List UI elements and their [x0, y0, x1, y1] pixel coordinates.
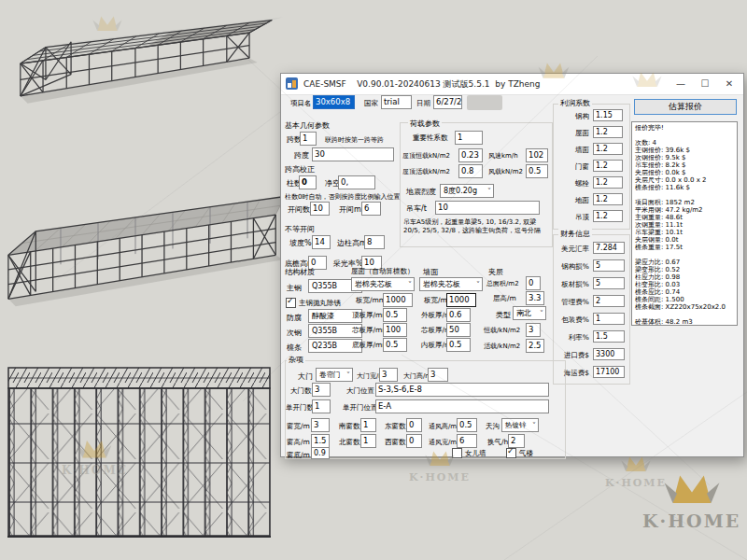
parapet-checkbox[interactable]: 女儿墙	[452, 448, 486, 458]
north-window-count-input[interactable]: 1	[360, 434, 376, 448]
main-steel-label: 主钢	[287, 283, 302, 293]
minimize-button[interactable]: —	[669, 74, 693, 94]
crane-input[interactable]: 10	[435, 201, 540, 215]
wall-inner-thk-input[interactable]: 0.5	[446, 338, 471, 352]
app-icon	[286, 77, 298, 90]
profit-row-input[interactable]: 1.2	[593, 210, 623, 222]
finance-row-label: 板材损%	[554, 280, 589, 289]
country-label: 国家	[364, 99, 378, 108]
door-height-input[interactable]: 3	[428, 368, 448, 382]
finance-row-label: 钢构损%	[554, 262, 589, 272]
door-width-input[interactable]: 3	[379, 368, 398, 382]
finance-row-input[interactable]: 1.5	[593, 330, 625, 343]
profit-row-input[interactable]: 1.2	[593, 160, 623, 172]
finance-row-input[interactable]: 3300	[593, 348, 625, 360]
window-width-input[interactable]: 3	[311, 418, 330, 432]
single-door-position-label: 单开门位置	[343, 403, 378, 413]
mezz-dead-load-input[interactable]: 3	[526, 323, 541, 337]
single-door-count-input[interactable]: 1	[312, 399, 331, 413]
bay-count-label: 开间数	[288, 204, 310, 215]
mezz-type-select[interactable]: 南北	[513, 306, 546, 320]
finance-row-label: 美元汇率	[554, 245, 589, 254]
column-count-input[interactable]: 0	[299, 175, 317, 189]
seismic-select[interactable]: 8度0.20g	[440, 184, 494, 198]
finance-row-input[interactable]: 7.284	[593, 242, 625, 254]
roof-live-load-input[interactable]: 0.8	[458, 164, 483, 178]
wall-panel-width-input[interactable]: 1000	[446, 293, 476, 307]
single-door-position-input[interactable]: E-A	[375, 399, 549, 413]
gutter-select[interactable]: 热镀锌	[501, 418, 539, 432]
wind-speed-input[interactable]: 102	[526, 148, 548, 162]
bay-width-input[interactable]: 6	[361, 202, 381, 216]
maximize-button[interactable]: ☐	[693, 74, 717, 94]
purlin-steel-label: 檩条	[287, 343, 302, 353]
finance-row-input[interactable]: 2	[593, 295, 625, 307]
vent-height-input[interactable]: 0.5	[457, 418, 477, 432]
section-title-geometry: 基本几何参数	[285, 120, 330, 131]
window-sill-input[interactable]: 0.9	[311, 447, 330, 459]
door-type-select[interactable]: 卷帘门	[316, 368, 353, 382]
east-window-count-input[interactable]: 0	[406, 418, 422, 432]
door-position-label: 大门位置	[346, 386, 374, 396]
section-title-unequal-bays: 不等开间	[285, 224, 315, 234]
roof-panel-select[interactable]: 岩棉夹芯板	[351, 277, 415, 291]
finance-row-input[interactable]: 1	[593, 313, 625, 325]
watermark-text: K·HOME	[605, 477, 667, 489]
brand-watermark: K·HOME	[642, 469, 740, 531]
roof-monitor-checkbox[interactable]: 气楼	[506, 448, 533, 458]
shot-blast-checkbox[interactable]: 主钢抛丸除锈	[286, 298, 341, 308]
roof-dead-load-input[interactable]: 0.23	[458, 148, 483, 162]
mezz-height-input[interactable]: 3.3	[526, 291, 544, 305]
finance-row-input[interactable]: 17100	[593, 366, 625, 378]
door-position-input[interactable]: S-3,S-6,E-8	[375, 383, 549, 397]
section-title-materials: 结构材质	[285, 267, 315, 277]
section-title-correction: 跨高校正	[285, 164, 315, 175]
west-window-count-input[interactable]: 0	[406, 434, 422, 448]
vent-width-input[interactable]: 6	[457, 434, 477, 448]
roof-panel-width-input[interactable]: 1000	[383, 293, 413, 307]
date-input[interactable]: 6/27/24	[433, 95, 462, 109]
importance-input[interactable]: 1	[455, 131, 483, 145]
gutter-label: 天沟	[486, 422, 500, 431]
estimate-quote-button[interactable]: 估算报价	[634, 99, 737, 115]
mezz-area-label: 总面积/m2	[486, 279, 519, 288]
door-count-input[interactable]: 3	[312, 383, 331, 397]
slope-input[interactable]: 14	[312, 235, 331, 249]
span-count-input[interactable]: 1	[300, 132, 317, 146]
render-building-iso-middle	[0, 173, 289, 315]
profit-row-label: 门窗	[556, 162, 589, 172]
profit-row-input[interactable]: 1.15	[593, 109, 623, 121]
window-height-input[interactable]: 1.5	[311, 434, 330, 448]
titlebar[interactable]: CAE-SMSF V0.90.01-20240613 测试版5.5.1 by T…	[281, 74, 743, 95]
wall-panel-select[interactable]: 岩棉夹芯板	[419, 277, 483, 291]
project-name-input[interactable]: 30x60x8	[313, 95, 355, 109]
wall-outer-thk-input[interactable]: 0.6	[446, 308, 471, 322]
profit-row-input[interactable]: 1.2	[593, 176, 623, 189]
finance-row-input[interactable]: 5	[593, 259, 625, 272]
profit-row-input[interactable]: 1.2	[593, 126, 623, 138]
roof-panel-width-label: 板宽/mm	[356, 296, 386, 305]
secondary-steel-label: 次钢	[287, 328, 302, 338]
span-input[interactable]: 30	[312, 147, 394, 161]
profit-row-input[interactable]: 1.2	[593, 143, 623, 155]
south-window-count-input[interactable]: 1	[360, 418, 376, 432]
render-building-iso-top	[7, 6, 288, 123]
mezz-live-load-input[interactable]: 2.5	[526, 339, 544, 353]
seismic-label: 地震烈度	[406, 187, 436, 197]
close-button[interactable]: ✕	[717, 74, 741, 94]
clearance-input[interactable]: 0,	[338, 175, 375, 189]
finance-row-input[interactable]: 5	[593, 277, 625, 289]
checkbox-check-icon	[286, 298, 296, 308]
bay-count-input[interactable]: 10	[310, 202, 330, 216]
roof-top-thk-input[interactable]: 0.5	[383, 308, 407, 322]
roof-bottom-thk-input[interactable]: 0.5	[383, 338, 407, 352]
wind-load-input[interactable]: 0.5	[526, 164, 548, 178]
eave-column-input[interactable]: 8	[364, 235, 385, 249]
mezz-area-input[interactable]: 0	[526, 276, 541, 290]
profit-row-input[interactable]: 1.2	[593, 193, 623, 205]
window-sill-label: 窗底/m	[287, 451, 310, 460]
country-input[interactable]: trial	[381, 95, 412, 109]
crane-note-line2: 20/5, 25/5, 32/8，这跨输主钩负荷，逗号分隔	[403, 226, 541, 235]
wall-core-thk-input[interactable]: 50	[446, 323, 471, 337]
roof-core-thk-input[interactable]: 100	[383, 323, 407, 337]
